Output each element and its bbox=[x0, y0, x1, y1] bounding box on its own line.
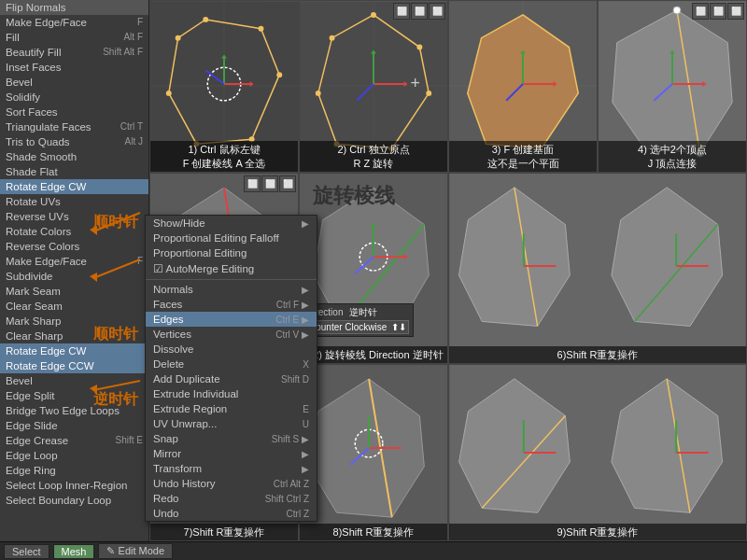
menu-item-1[interactable]: Make Edge/FaceF bbox=[0, 15, 148, 30]
menu-item-label-22: Clear Sharp bbox=[6, 330, 63, 342]
ctx-item-11[interactable]: Extrude Individual bbox=[146, 386, 317, 401]
menu-item-label-6: Solidify bbox=[6, 91, 40, 103]
menu-item-7[interactable]: Sort Faces bbox=[0, 105, 148, 119]
panel-7-label: 7)Shift R重复操作 bbox=[150, 524, 298, 540]
menu-item-4[interactable]: Inset Faces bbox=[0, 60, 148, 75]
ctx-item-8[interactable]: Dissolve bbox=[146, 342, 317, 357]
menu-item-label-31: Edge Ring bbox=[6, 465, 56, 476]
ctx-item-13[interactable]: UV Unwrap...U bbox=[146, 416, 317, 431]
menu-item-6[interactable]: Solidify bbox=[0, 90, 148, 105]
ctx-item-18[interactable]: RedoShift Ctrl Z bbox=[146, 491, 317, 506]
menu-item-17[interactable]: Make Edge/FaceF bbox=[0, 254, 148, 269]
menu-item-8[interactable]: Triangulate FacesCtrl T bbox=[0, 119, 148, 134]
panel-4: ⬜ ⬜ ⬜ 4) 选中2个顶点 J 顶点连接 bbox=[598, 0, 747, 173]
menu-item-24[interactable]: Rotate Edge CCW bbox=[0, 358, 148, 373]
menu-item-label-16: Reverse Colors bbox=[6, 241, 79, 252]
ctx-item-0[interactable]: Show/Hide▶ bbox=[146, 216, 317, 231]
ctx-item-2[interactable]: Proportional Editing bbox=[146, 245, 317, 260]
vp-btn-51c[interactable]: ⬜ bbox=[279, 175, 296, 192]
ctx-item-1[interactable]: Proportional Editing Falloff bbox=[146, 231, 317, 245]
ctx-item-7[interactable]: VerticesCtrl V ▶ bbox=[146, 327, 317, 342]
menu-item-5[interactable]: Bevel bbox=[0, 75, 148, 90]
menu-item-0[interactable]: Flip Normals bbox=[0, 0, 148, 15]
menu-item-label-11: Shade Flat bbox=[6, 166, 58, 177]
panel-8-svg bbox=[300, 365, 447, 540]
ctx-item-label-13: UV Unwrap... bbox=[153, 418, 217, 429]
menu-item-33[interactable]: Select Boundary Loop bbox=[0, 493, 148, 508]
menu-item-label-23: Rotate Edge CW bbox=[6, 345, 86, 357]
vp-btn-cam[interactable]: ⬜ bbox=[393, 3, 410, 20]
ctx-item-label-9: Delete bbox=[153, 358, 184, 370]
panel-8: 8)Shift R重复操作 bbox=[299, 364, 448, 541]
svg-point-11 bbox=[259, 26, 264, 32]
menu-item-19[interactable]: Mark Seam bbox=[0, 284, 148, 299]
vp-btn-51a[interactable]: ⬜ bbox=[244, 175, 261, 192]
ctx-item-9[interactable]: DeleteX bbox=[146, 357, 317, 371]
menu-item-20[interactable]: Clear Seam bbox=[0, 299, 148, 314]
ctx-item-4[interactable]: Normals▶ bbox=[146, 282, 317, 297]
ctx-item-label-17: Undo History bbox=[153, 478, 215, 489]
menu-items-list: Flip NormalsMake Edge/FaceFFillAlt FBeau… bbox=[0, 0, 148, 508]
select-button[interactable]: Select bbox=[4, 544, 49, 559]
ctx-item-5[interactable]: FacesCtrl F ▶ bbox=[146, 297, 317, 312]
vp-btn-4b[interactable]: ⬜ bbox=[710, 3, 726, 20]
ctx-item-10[interactable]: Add DuplicateShift D bbox=[146, 371, 317, 386]
menu-item-13[interactable]: Rotate UVs bbox=[0, 194, 148, 209]
menu-item-9[interactable]: Tris to QuadsAlt J bbox=[0, 134, 148, 149]
panel-2-controls[interactable]: ⬜ ⬜ ⬜ bbox=[393, 3, 445, 20]
menu-item-25[interactable]: Bevel bbox=[0, 373, 148, 388]
menu-item-label-9: Tris to Quads bbox=[6, 136, 70, 147]
svg-point-10 bbox=[203, 17, 208, 22]
menu-item-2[interactable]: FillAlt F bbox=[0, 30, 148, 45]
context-menu: Show/Hide▶Proportional Editing FalloffPr… bbox=[145, 215, 317, 522]
menu-item-16[interactable]: Reverse Colors bbox=[0, 239, 148, 254]
ctx-item-label-10: Add Duplicate bbox=[153, 373, 220, 385]
menu-item-label-21: Mark Sharp bbox=[6, 315, 61, 327]
menu-item-18[interactable]: Subdivide bbox=[0, 269, 148, 284]
ctx-item-19[interactable]: UndoCtrl Z bbox=[146, 506, 317, 521]
menu-item-28[interactable]: Edge Slide bbox=[0, 418, 148, 433]
ctx-item-16[interactable]: Transform▶ bbox=[146, 461, 317, 476]
menu-item-12[interactable]: Rotate Edge CW bbox=[0, 179, 148, 194]
menu-item-23[interactable]: Rotate Edge CW bbox=[0, 343, 148, 358]
panel-4-controls[interactable]: ⬜ ⬜ ⬜ bbox=[692, 3, 744, 20]
ctx-item-label-19: Undo bbox=[153, 508, 179, 519]
vp-btn-51b[interactable]: ⬜ bbox=[261, 175, 278, 192]
menu-item-32[interactable]: Select Loop Inner-Region bbox=[0, 478, 148, 493]
ctx-item-6[interactable]: EdgesCtrl E ▶ bbox=[146, 312, 317, 327]
ctx-item-17[interactable]: Undo HistoryCtrl Alt Z bbox=[146, 476, 317, 491]
annotation-clockwise-mid: 顺时针 bbox=[93, 325, 138, 344]
menu-item-shortcut-29: Shift E bbox=[116, 435, 143, 446]
menu-item-29[interactable]: Edge CreaseShift E bbox=[0, 433, 148, 448]
menu-item-label-17: Make Edge/Face bbox=[6, 256, 87, 267]
ctx-item-3[interactable]: ☑ AutoMerge Editing bbox=[146, 260, 317, 277]
editmode-button[interactable]: ✎ Edit Mode bbox=[98, 543, 173, 559]
menu-item-label-12: Rotate Edge CW bbox=[6, 181, 86, 192]
menu-item-3[interactable]: Beautify FillShift Alt F bbox=[0, 45, 148, 60]
menu-item-shortcut-17: F bbox=[137, 256, 143, 267]
menu-item-31[interactable]: Edge Ring bbox=[0, 463, 148, 478]
svg-point-52 bbox=[673, 7, 681, 14]
ctx-item-label-3: ☑ AutoMerge Editing bbox=[153, 262, 254, 275]
mesh-button[interactable]: Mesh bbox=[53, 544, 95, 559]
vp-btn-view[interactable]: ⬜ bbox=[411, 3, 428, 20]
panel-9-label: 9)Shift R重复操作 bbox=[449, 524, 746, 540]
ctx-item-12[interactable]: Extrude RegionE bbox=[146, 401, 317, 416]
menu-item-10[interactable]: Shade Smooth bbox=[0, 149, 148, 164]
menu-item-label-26: Edge Split bbox=[6, 390, 54, 401]
ctx-item-15[interactable]: Mirror▶ bbox=[146, 446, 317, 461]
panel-51-controls[interactable]: ⬜ ⬜ ⬜ bbox=[244, 175, 296, 192]
menu-item-label-30: Edge Loop bbox=[6, 450, 58, 461]
direction-dropdown-52[interactable]: Counter Clockwise ⬆⬇ bbox=[306, 320, 409, 334]
svg-point-33 bbox=[330, 35, 335, 41]
menu-item-30[interactable]: Edge Loop bbox=[0, 448, 148, 463]
vp-btn-4c[interactable]: ⬜ bbox=[727, 3, 744, 20]
ctx-item-14[interactable]: SnapShift S ▶ bbox=[146, 431, 317, 446]
menu-item-label-7: Sort Faces bbox=[6, 106, 58, 118]
panel-52-label: 5-2) 旋转棱线 Direction 逆时针 bbox=[300, 346, 447, 363]
vp-btn-4a[interactable]: ⬜ bbox=[692, 3, 709, 20]
menu-item-label-10: Shade Smooth bbox=[6, 151, 77, 162]
menu-item-label-14: Reverse UVs bbox=[6, 211, 69, 222]
vp-btn-mode[interactable]: ⬜ bbox=[429, 3, 445, 20]
menu-item-11[interactable]: Shade Flat bbox=[0, 164, 148, 179]
